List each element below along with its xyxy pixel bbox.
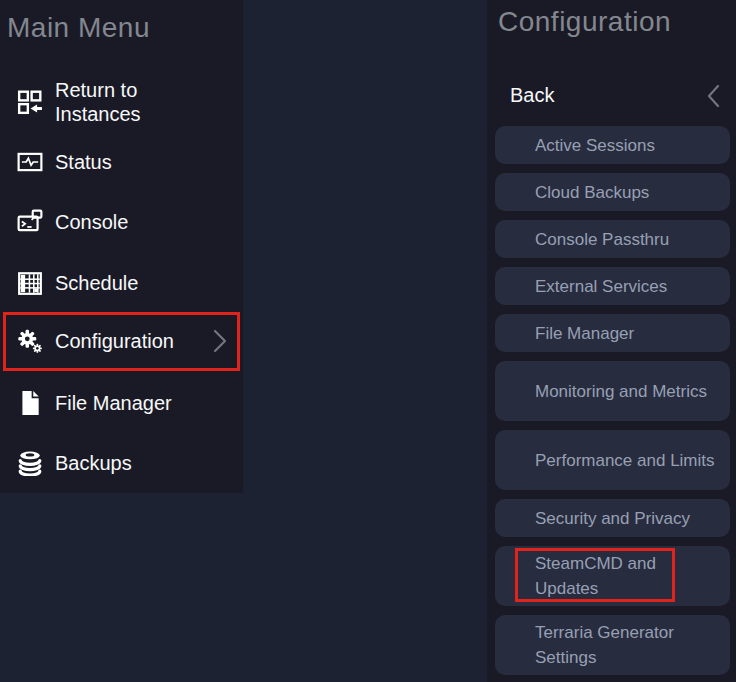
sidebar-item-file-manager[interactable]: File Manager bbox=[0, 380, 243, 426]
sidebar-item-label: Backups bbox=[55, 451, 132, 475]
config-option-security-and-privacy[interactable]: Security and Privacy bbox=[495, 499, 730, 537]
instances-icon bbox=[16, 88, 44, 116]
sidebar-item-backups[interactable]: Backups bbox=[0, 440, 243, 486]
config-option-file-manager[interactable]: File Manager bbox=[495, 314, 730, 352]
main-menu-sidebar: Main Menu Return to Instances Status bbox=[0, 0, 243, 493]
sidebar-item-configuration[interactable]: Configuration bbox=[0, 318, 243, 364]
config-option-steamcmd-and-updates[interactable]: SteamCMD and Updates bbox=[495, 546, 730, 606]
configuration-options-list: Active Sessions Cloud Backups Console Pa… bbox=[495, 126, 730, 682]
sidebar-item-return-to-instances[interactable]: Return to Instances bbox=[0, 76, 243, 128]
sidebar-item-label: Schedule bbox=[55, 271, 138, 295]
configuration-panel-title: Configuration bbox=[498, 6, 671, 38]
sidebar-item-label: Console bbox=[55, 210, 128, 234]
console-icon bbox=[16, 208, 44, 236]
gears-icon bbox=[16, 327, 44, 355]
chevron-left-icon bbox=[705, 82, 723, 110]
back-button[interactable]: Back bbox=[487, 76, 736, 114]
sidebar-item-label: Status bbox=[55, 150, 112, 174]
back-label: Back bbox=[510, 84, 554, 107]
chevron-right-icon bbox=[210, 327, 230, 355]
document-icon bbox=[16, 389, 44, 417]
config-option-console-passthru[interactable]: Console Passthru bbox=[495, 220, 730, 258]
sidebar-item-schedule[interactable]: Schedule bbox=[0, 260, 243, 306]
configuration-panel: Configuration Back Active Sessions Cloud… bbox=[487, 0, 736, 682]
config-option-cloud-backups[interactable]: Cloud Backups bbox=[495, 173, 730, 211]
schedule-icon bbox=[16, 269, 44, 297]
config-option-active-sessions[interactable]: Active Sessions bbox=[495, 126, 730, 164]
config-option-monitoring-and-metrics[interactable]: Monitoring and Metrics bbox=[495, 361, 730, 421]
config-option-external-services[interactable]: External Services bbox=[495, 267, 730, 305]
sidebar-item-label: Return to Instances bbox=[55, 78, 180, 126]
sidebar-item-console[interactable]: Console bbox=[0, 199, 243, 245]
sidebar-item-status[interactable]: Status bbox=[0, 139, 243, 185]
config-option-performance-and-limits[interactable]: Performance and Limits bbox=[495, 430, 730, 490]
sidebar-item-label: Configuration bbox=[55, 329, 174, 353]
config-option-terraria-generator-settings[interactable]: Terraria Generator Settings bbox=[495, 615, 730, 675]
status-icon bbox=[16, 148, 44, 176]
main-menu-title: Main Menu bbox=[7, 12, 150, 44]
database-icon bbox=[16, 449, 44, 477]
sidebar-item-label: File Manager bbox=[55, 391, 172, 415]
